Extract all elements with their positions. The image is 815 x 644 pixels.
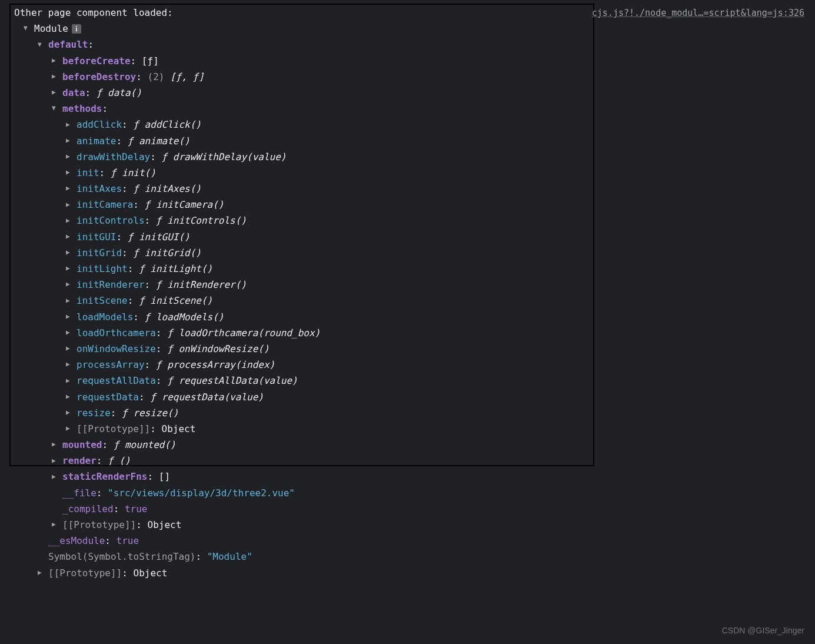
expand-arrow-right-icon[interactable]	[66, 376, 74, 387]
source-link[interactable]: cjs.js?!./node_modul…=script&lang=js:326	[592, 6, 804, 21]
expand-arrow-down-icon[interactable]	[24, 23, 32, 34]
expand-arrow-right-icon[interactable]	[66, 135, 74, 147]
property-row-prototype[interactable]: [[Prototype]]: Object	[14, 421, 815, 437]
expand-arrow-right-icon[interactable]	[66, 359, 74, 370]
property-row-method[interactable]: initCamera: ƒ initCamera()	[14, 197, 815, 213]
function-signature: animate()	[139, 133, 190, 149]
property-row-method[interactable]: initLight: ƒ initLight()	[14, 261, 815, 277]
property-name: loadModels	[76, 309, 133, 325]
function-f: ƒ	[97, 85, 102, 101]
property-name: data	[62, 85, 85, 101]
property-row-method[interactable]: processArray: ƒ processArray(index)	[14, 357, 815, 373]
expand-arrow-right-icon[interactable]	[66, 247, 74, 258]
object-root-row[interactable]: Module i	[14, 21, 815, 36]
property-row-method[interactable]: loadModels: ƒ loadModels()	[14, 309, 815, 325]
property-name: drawWithDelay	[76, 149, 150, 165]
expand-arrow-right-icon[interactable]	[66, 423, 74, 434]
property-row-method[interactable]: init: ƒ init()	[14, 165, 815, 181]
function-signature: initCamera()	[156, 197, 224, 213]
function-signature: processArray(index)	[167, 357, 275, 373]
expand-arrow-right-icon[interactable]	[52, 519, 60, 530]
property-value: "Module"	[207, 549, 252, 565]
expand-arrow-right-icon[interactable]	[66, 279, 74, 290]
expand-arrow-right-icon[interactable]	[66, 215, 74, 227]
property-value: Object	[162, 421, 196, 437]
property-row-method[interactable]: initGrid: ƒ initGrid()	[14, 245, 815, 261]
property-row-method[interactable]: drawWithDelay: ƒ drawWithDelay(value)	[14, 149, 815, 165]
property-row-beforeDestroy[interactable]: beforeDestroy: (2) [ƒ, ƒ]	[14, 69, 815, 85]
property-row-default[interactable]: default:	[14, 36, 815, 52]
log-text: Other page component loaded:	[14, 5, 173, 21]
function-f: ƒ	[156, 277, 162, 293]
expand-arrow-down-icon[interactable]	[38, 39, 46, 51]
expand-arrow-right-icon[interactable]	[52, 456, 60, 467]
expand-arrow-right-icon[interactable]	[52, 71, 60, 82]
expand-arrow-right-icon[interactable]	[66, 407, 74, 419]
expand-arrow-right-icon[interactable]	[66, 167, 74, 178]
property-row-methods[interactable]: methods:	[14, 101, 815, 117]
property-name: requestData	[76, 389, 139, 405]
function-signature: initScene()	[150, 293, 212, 308]
expand-arrow-right-icon[interactable]	[66, 311, 74, 323]
property-name: initCamera	[76, 197, 133, 213]
expand-arrow-right-icon[interactable]	[66, 391, 74, 403]
expand-arrow-right-icon[interactable]	[66, 151, 74, 162]
property-row-prototype[interactable]: [[Prototype]]: Object	[14, 565, 815, 581]
property-row-beforeCreate[interactable]: beforeCreate: [ƒ]	[14, 53, 815, 69]
expand-arrow-right-icon[interactable]	[66, 231, 74, 243]
property-row-symbol[interactable]: Symbol(Symbol.toStringTag): "Module"	[14, 549, 815, 565]
property-name: animate	[76, 133, 116, 149]
property-row-method[interactable]: animate: ƒ animate()	[14, 133, 815, 149]
property-name: processArray	[76, 357, 145, 373]
function-f: ƒ	[156, 357, 162, 373]
expand-arrow-right-icon[interactable]	[66, 263, 74, 274]
expand-arrow-right-icon[interactable]	[38, 567, 46, 579]
property-row-method[interactable]: resize: ƒ resize()	[14, 405, 815, 421]
property-name: initGUI	[76, 229, 116, 245]
expand-arrow-right-icon[interactable]	[66, 183, 74, 194]
function-signature: loadModels()	[156, 309, 224, 325]
function-f: ƒ	[167, 341, 173, 357]
property-row-render[interactable]: render: ƒ ()	[14, 453, 815, 469]
expand-arrow-right-icon[interactable]	[66, 343, 74, 354]
property-row-mounted[interactable]: mounted: ƒ mounted()	[14, 437, 815, 453]
property-row-compiled[interactable]: _compiled: true	[14, 501, 815, 517]
property-value: true	[117, 533, 139, 549]
function-signature: initLight()	[150, 261, 212, 277]
property-row-prototype[interactable]: [[Prototype]]: Object	[14, 517, 815, 533]
expand-arrow-right-icon[interactable]	[66, 200, 74, 211]
property-name: Symbol(Symbol.toStringTag)	[48, 549, 195, 565]
function-signature: ()	[119, 453, 130, 469]
function-signature: data()	[108, 85, 142, 101]
function-f: ƒ	[128, 229, 134, 245]
info-icon[interactable]: i	[72, 24, 81, 34]
property-row-method[interactable]: initRenderer: ƒ initRenderer()	[14, 277, 815, 293]
function-f: ƒ	[150, 389, 156, 405]
property-name: requestAllData	[76, 373, 156, 389]
expand-arrow-down-icon[interactable]	[52, 103, 60, 114]
property-row-method[interactable]: onWindowResize: ƒ onWindowResize()	[14, 341, 815, 357]
expand-arrow-right-icon[interactable]	[66, 296, 74, 307]
property-row-file[interactable]: __file: "src/views/display/3d/three2.vue…	[14, 485, 815, 501]
property-row-method[interactable]: initControls: ƒ initControls()	[14, 213, 815, 228]
property-row-staticRenderFns[interactable]: staticRenderFns: []	[14, 469, 815, 484]
expand-arrow-right-icon[interactable]	[52, 55, 60, 67]
property-row-method[interactable]: initGUI: ƒ initGUI()	[14, 229, 815, 245]
expand-arrow-right-icon[interactable]	[52, 439, 60, 450]
expand-arrow-right-icon[interactable]	[52, 472, 60, 483]
property-row-method[interactable]: initAxes: ƒ initAxes()	[14, 181, 815, 197]
property-row-method[interactable]: loadOrthcamera: ƒ loadOrthcamera(round_b…	[14, 325, 815, 341]
property-row-method[interactable]: requestAllData: ƒ requestAllData(value)	[14, 373, 815, 389]
expand-arrow-right-icon[interactable]	[66, 327, 74, 338]
property-row-esModule[interactable]: __esModule: true	[14, 533, 815, 549]
expand-arrow-right-icon[interactable]	[66, 119, 74, 131]
property-row-method[interactable]: requestData: ƒ requestData(value)	[14, 389, 815, 405]
property-row-method[interactable]: addClick: ƒ addClick()	[14, 117, 815, 132]
property-row-data[interactable]: data: ƒ data()	[14, 85, 815, 101]
property-name: resize	[76, 405, 111, 421]
expand-arrow-right-icon[interactable]	[52, 87, 60, 98]
property-row-method[interactable]: initScene: ƒ initScene()	[14, 293, 815, 308]
property-name: loadOrthcamera	[76, 325, 156, 341]
array-count: (2)	[148, 69, 165, 85]
function-signature: loadOrthcamera(round_box)	[178, 325, 320, 341]
